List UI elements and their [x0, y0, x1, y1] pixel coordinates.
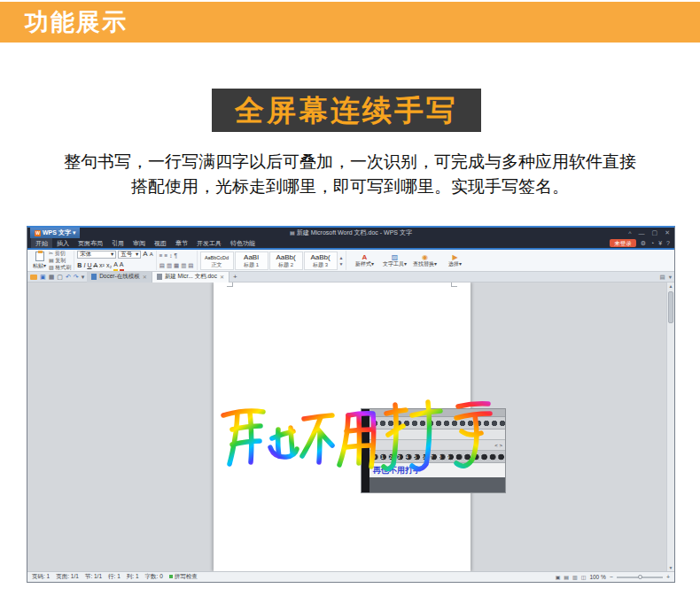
app-menu-button[interactable]: W WPS 文字 ▾	[30, 228, 80, 238]
tab-close-icon[interactable]: ✕	[220, 274, 224, 280]
status-column: 列: 1	[127, 573, 139, 581]
justify-icon[interactable]: ▥	[181, 261, 186, 269]
member-icon[interactable]: ¥	[658, 238, 662, 248]
shrink-font-button[interactable]: A	[150, 250, 153, 259]
brush-icon: ▨	[49, 265, 54, 270]
save-icon[interactable]: ▣	[40, 272, 46, 283]
style-normal[interactable]: AaBbCcDd 正文	[200, 252, 234, 270]
quickbar-dropdown-icon[interactable]: ▾	[82, 272, 85, 283]
bold-button[interactable]: B	[77, 261, 82, 270]
panel-toolbar-icons[interactable]	[369, 417, 505, 430]
status-pages: 页面: 1/1	[56, 573, 79, 581]
menu-bar: 开始 插入 页面布局 引用 审阅 视图 章节 开发工具 特色功能 未登录 ⚙ ◔…	[27, 238, 674, 248]
help-icon[interactable]: ?	[666, 238, 670, 248]
menu-insert[interactable]: 插入	[52, 238, 74, 248]
view-mode-3-icon[interactable]: ▥	[572, 574, 578, 580]
zoom-in-button[interactable]: +	[666, 574, 670, 580]
text-tools-button[interactable]: ▨ 文字工具▾	[379, 253, 409, 267]
select-cursor-icon: ▶	[452, 253, 457, 261]
strikethrough-button[interactable]: A	[93, 261, 97, 270]
app-name: WPS 文字	[43, 228, 71, 237]
styles-up-icon[interactable]: ▲	[339, 255, 344, 260]
align-left-icon[interactable]: ▤	[159, 261, 165, 269]
cut-button[interactable]: ✂ 剪切	[49, 251, 71, 257]
document-canvas[interactable]: 再也不用打字 < > 0123456789 再也不用打字	[27, 283, 666, 571]
align-center-icon[interactable]: ▥	[167, 261, 172, 269]
status-bar: 页码: 1 页面: 1/1 节: 1/1 行: 1 列: 1 字数: 0 拼写检…	[27, 571, 674, 582]
scrollbar-thumb[interactable]	[668, 291, 673, 323]
undo-icon[interactable]: ↶	[66, 272, 71, 283]
menu-view[interactable]: 视图	[150, 238, 171, 248]
bullet-list-icon[interactable]: ≡	[159, 252, 163, 259]
format-painter-button[interactable]: ▨ 格式刷	[49, 265, 71, 271]
grow-font-button[interactable]: A	[143, 250, 147, 259]
app-dropdown-icon: ▾	[73, 229, 76, 236]
align-right-icon[interactable]: ▦	[174, 261, 179, 269]
styles-scroll-arrows[interactable]: ▲ ▼	[339, 255, 344, 267]
maximize-icon[interactable]: ▢	[652, 229, 658, 236]
panel-input-row-1[interactable]	[369, 430, 505, 440]
scissors-icon: ✂	[49, 251, 53, 256]
select-button[interactable]: ▶ 选择▾	[439, 253, 470, 267]
styles-down-icon[interactable]: ▼	[339, 261, 344, 267]
zoom-out-button[interactable]: −	[610, 574, 613, 580]
italic-button[interactable]: I	[83, 261, 85, 270]
expand-icon[interactable]: ▾	[669, 274, 672, 281]
print-preview-icon[interactable]: ▢	[57, 272, 63, 283]
style-heading1[interactable]: AaBl 标题 1	[235, 252, 268, 270]
new-tab-button[interactable]: +	[233, 273, 237, 281]
new-style-button[interactable]: A 新样式▾	[349, 253, 379, 267]
style-heading2[interactable]: AaBb( 标题 2	[269, 252, 303, 270]
tab-docer-templates[interactable]: Docer-在线模板 ✕	[87, 272, 152, 283]
menu-developer[interactable]: 开发工具	[192, 238, 226, 248]
login-button[interactable]: 未登录	[610, 239, 636, 247]
tab-new-document[interactable]: 新建 Micr... 文档.doc ✕	[152, 272, 229, 283]
document-tab-bar: ▣ ▦ ▢ ↶ ↷ ▾ Docer-在线模板 ✕ 新建 Micr... 文档.d…	[27, 272, 674, 283]
style-heading3[interactable]: AaBb( 标题 3	[304, 252, 338, 270]
panel-nav-arrows[interactable]: < >	[494, 443, 502, 448]
view-mode-2-icon[interactable]: ▤	[564, 574, 569, 580]
vertical-scrollbar[interactable]: ▲ ▼	[666, 283, 674, 571]
arrange-icon[interactable]: ▤	[660, 274, 665, 281]
panel-digit-buttons[interactable]: 0123456789	[369, 451, 505, 463]
redo-icon[interactable]: ↷	[74, 272, 79, 283]
tab-close-icon[interactable]: ✕	[143, 274, 147, 280]
view-mode-1-icon[interactable]: ▣	[556, 574, 561, 580]
status-word-count: 字数: 0	[145, 573, 163, 581]
font-color-button[interactable]: A	[120, 260, 124, 271]
print-icon[interactable]: ▦	[49, 272, 55, 283]
open-folder-icon[interactable]	[30, 275, 37, 280]
font-name-select[interactable]: 宋体 ▾	[77, 251, 116, 259]
settings-gear-icon[interactable]: ⚙	[641, 238, 646, 248]
feature-badge-text: 全屏幕连续手写	[235, 94, 458, 127]
menu-references[interactable]: 引用	[107, 238, 128, 248]
font-size-select[interactable]: 五号 ▾	[118, 251, 141, 259]
menu-review[interactable]: 审阅	[128, 238, 150, 248]
underline-button[interactable]: U	[87, 261, 91, 270]
menu-special-features[interactable]: 特色功能	[226, 238, 260, 248]
menu-page-layout[interactable]: 页面布局	[74, 238, 107, 248]
scroll-down-icon[interactable]: ▼	[669, 564, 673, 571]
find-replace-button[interactable]: ◉ 查找替换▾	[409, 253, 439, 267]
feature-banner: 功能展示	[0, 2, 700, 43]
number-list-icon[interactable]: ≡	[165, 252, 168, 259]
notification-icon[interactable]: ◔	[650, 238, 654, 248]
zoom-slider-thumb[interactable]	[638, 575, 642, 579]
view-mode-4-icon[interactable]: ◫	[581, 574, 587, 580]
panel-input-row-2[interactable]: < >	[369, 440, 505, 451]
copy-button[interactable]: ▤ 复制	[49, 258, 71, 264]
menu-section[interactable]: 章节	[171, 238, 192, 248]
zoom-slider[interactable]	[617, 577, 663, 578]
superscript-button[interactable]: x²	[99, 261, 105, 270]
highlight-color-button[interactable]: A	[113, 260, 118, 271]
collapse-ribbon-icon[interactable]: ^	[628, 230, 631, 236]
menu-home[interactable]: 开始	[31, 238, 52, 248]
close-icon[interactable]: ✕	[665, 229, 670, 236]
paste-button[interactable]: 粘贴▾	[33, 252, 46, 270]
scroll-up-icon[interactable]: ▲	[669, 283, 673, 290]
line-spacing-icon[interactable]: ↕	[169, 252, 172, 259]
shading-icon[interactable]: ▤	[188, 261, 193, 269]
minimize-icon[interactable]: —	[639, 230, 645, 236]
subscript-button[interactable]: x₂	[106, 261, 112, 270]
pilcrow-icon[interactable]: ¶	[175, 252, 178, 259]
